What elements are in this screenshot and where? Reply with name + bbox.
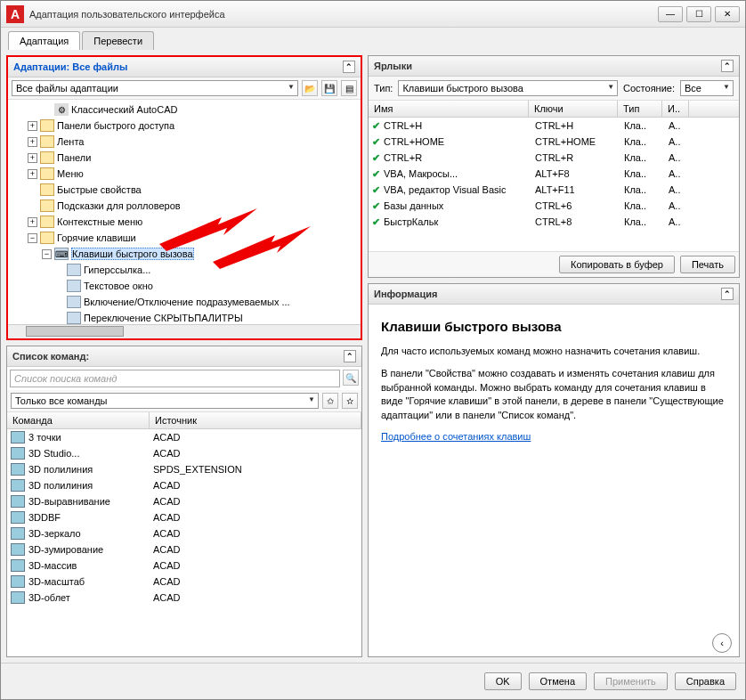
key-icon [67,264,81,276]
horizontal-scrollbar[interactable] [8,324,361,338]
adaptations-tree[interactable]: ⚙Классический AutoCAD +Панели быстрого д… [8,100,361,324]
tree-item[interactable]: Текстовое окно [10,278,359,294]
tree-item[interactable]: +Контекстные меню [10,214,359,230]
expand-icon[interactable]: + [28,217,37,227]
main-tabs: Адаптация Перевести [1,28,745,50]
check-icon: ✔ [372,136,380,148]
collapse-icon[interactable]: ⌃ [721,60,734,72]
info-panel: Информация ⌃ Клавиши быстрого вызова Для… [368,283,740,657]
expand-icon[interactable]: + [28,137,37,147]
adaptations-toolbar: Все файлы адаптации 📂 💾 ▤ [8,77,361,100]
shortcut-row[interactable]: ✔БыстрКалькCTRL+8Кла..A.. [369,214,739,230]
save-icon[interactable]: 💾 [321,80,337,96]
collapse-icon[interactable]: ⌃ [343,61,355,73]
shortcut-row[interactable]: ✔CTRL+RCTRL+RКла..A.. [369,150,739,166]
tree-item[interactable]: Включение/Отключение подразумеваемых ... [10,294,359,310]
expand-icon[interactable]: + [28,169,37,179]
tree-item[interactable]: Подсказки для ролловеров [10,198,359,214]
command-row[interactable]: 3D-облетACAD [7,590,361,606]
copy-buffer-button[interactable]: Копировать в буфер [559,256,675,273]
maximize-button[interactable]: ☐ [686,6,711,22]
tree-item-hotkeys[interactable]: −Горячие клавиши [10,230,359,246]
command-row[interactable]: 3DDBFACAD [7,509,361,525]
tree-item[interactable]: +Панели быстрого доступа [10,118,359,134]
shortcut-row[interactable]: ✔VBA, редактор Visual BasicALT+F11Кла..A… [369,182,739,198]
commands-list[interactable]: Команда Источник 3 точкиACAD3D Studio...… [7,412,361,656]
tab-translate[interactable]: Перевести [82,31,154,50]
command-icon [11,559,25,572]
command-icon [11,543,25,556]
shortcut-row[interactable]: ✔Базы данныхCTRL+6Кла..A.. [369,198,739,214]
col-source[interactable]: Источник [150,412,361,428]
expand-icon[interactable]: + [28,121,37,131]
collapse-icon[interactable]: ⌃ [344,350,356,362]
shortcut-row[interactable]: ✔CTRL+HOMECTRL+HOMEКла..A.. [369,134,739,150]
command-icon [11,479,25,492]
col-src[interactable]: И.. [662,101,689,117]
col-name[interactable]: Имя [369,101,529,117]
command-search-input[interactable]: Список поиска команд [10,370,340,387]
commands-header: Список команд: ⌃ [7,346,361,367]
tree-item[interactable]: Быстрые свойства [10,182,359,198]
adaptation-files-dropdown[interactable]: Все файлы адаптации [12,80,298,96]
col-type[interactable]: Тип [618,101,662,117]
ok-button[interactable]: OK [484,672,522,690]
content-area: Адаптации: Все файлы ⌃ Все файлы адаптац… [1,50,745,663]
minimize-button[interactable]: — [658,6,683,22]
shortcut-row[interactable]: ✔VBA, Макросы...ALT+F8Кла..A.. [369,166,739,182]
command-icon [11,511,25,524]
command-row[interactable]: 3D-зеркалоACAD [7,525,361,541]
info-link[interactable]: Подробнее о сочетаниях клавиш [381,431,531,442]
commands-filter-dropdown[interactable]: Только все команды [11,393,319,409]
panes-icon[interactable]: ▤ [341,80,357,96]
folder-icon [40,135,54,148]
tree-item[interactable]: Переключение СКРЫТЬПАЛИТРЫ [10,310,359,324]
col-command[interactable]: Команда [7,412,150,428]
tree-item-shortcut-keys[interactable]: −⌨Клавиши быстрого вызова [10,246,359,262]
close-button[interactable]: ✕ [715,6,740,22]
info-title: Информация [374,289,437,299]
collapse-icon[interactable]: − [28,233,37,243]
right-column: Ярлыки ⌃ Тип: Клавиши быстрого вызова Со… [368,55,740,657]
tree-item[interactable]: +Панели [10,150,359,166]
tree-item[interactable]: +Меню [10,166,359,182]
command-icon [11,431,25,444]
command-search-row: Список поиска команд 🔍 [7,367,361,390]
key-icon [67,296,81,308]
star-plus-icon[interactable]: ✫ [342,393,358,409]
adaptations-title: Адаптации: Все файлы [13,61,127,72]
command-row[interactable]: 3D-выравниваниеACAD [7,493,361,509]
collapse-icon[interactable]: − [42,249,52,259]
cancel-button[interactable]: Отмена [529,672,587,690]
tree-item[interactable]: +Лента [10,134,359,150]
command-row[interactable]: 3D Studio...ACAD [7,445,361,461]
search-icon[interactable]: 🔍 [343,370,359,386]
col-keys[interactable]: Ключи [529,101,618,117]
tree-item[interactable]: Гиперссылка... [10,262,359,278]
star-filter-icon[interactable]: ✩ [322,393,338,409]
keyboard-icon: ⌨ [54,248,69,260]
apply-button[interactable]: Применить [594,672,668,690]
print-button[interactable]: Печать [680,256,735,273]
help-button[interactable]: Справка [675,672,736,690]
type-dropdown[interactable]: Клавиши быстрого вызова [398,80,618,96]
shortcut-row[interactable]: ✔CTRL+HCTRL+HКла..A.. [369,118,739,134]
command-row[interactable]: 3D полилинияSPDS_EXTENSION [7,461,361,477]
command-row[interactable]: 3D-зумированиеACAD [7,541,361,558]
folder-icon [40,167,54,180]
shortcuts-table[interactable]: Имя Ключи Тип И.. ✔CTRL+HCTRL+HКла..A..✔… [369,101,739,251]
expand-icon[interactable]: + [28,153,37,163]
tree-item[interactable]: ⚙Классический AutoCAD [10,102,359,118]
command-row[interactable]: 3D-массивACAD [7,558,361,574]
state-dropdown[interactable]: Все [680,80,734,96]
state-label: Состояние: [623,83,675,94]
back-nav-button[interactable]: ‹ [712,633,732,653]
tab-adaptation[interactable]: Адаптация [8,31,80,50]
command-row[interactable]: 3 точкиACAD [7,429,361,445]
collapse-icon[interactable]: ⌃ [721,288,734,300]
key-icon [67,280,81,292]
command-row[interactable]: 3D-масштабACAD [7,574,361,590]
open-icon[interactable]: 📂 [302,80,318,96]
command-row[interactable]: 3D полилинияACAD [7,477,361,493]
key-icon [67,312,81,324]
